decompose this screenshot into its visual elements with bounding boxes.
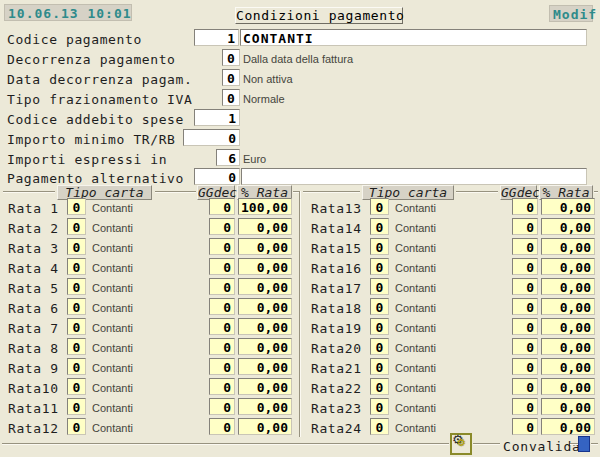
rata-tipo-carta-input[interactable]: 0 [370,338,389,355]
rata-tipo-carta-input[interactable]: 0 [370,258,389,275]
rata-perc-input[interactable]: 0,00 [238,398,292,415]
rata-ggdec-input[interactable]: 0 [512,258,538,275]
rata-perc-input[interactable]: 0,00 [541,378,595,395]
rata-perc-input[interactable]: 0,00 [238,418,292,435]
rata-row-label: Rata20 [311,341,362,356]
rata-ggdec-input[interactable]: 0 [512,338,538,355]
rata-perc-input[interactable]: 0,00 [541,398,595,415]
rata-perc-input[interactable]: 0,00 [541,198,595,215]
rata-tipo-carta-input[interactable]: 0 [370,278,389,295]
rata-row: Rata15 0 Contanti 0 0,00 [303,238,600,258]
rata-ggdec-input[interactable]: 0 [209,338,235,355]
importi-espressi-input[interactable]: 6 [216,149,240,166]
rata-tipo-carta-input[interactable]: 0 [67,238,86,255]
rata-ggdec-input[interactable]: 0 [209,298,235,315]
rata-ggdec-input[interactable]: 0 [209,238,235,255]
decorrenza-input[interactable]: 0 [222,49,240,66]
rata-ggdec-input[interactable]: 0 [512,298,538,315]
rata-tipo-carta-input[interactable]: 0 [370,238,389,255]
rata-perc-input[interactable]: 0,00 [238,258,292,275]
rata-ggdec-input[interactable]: 0 [209,218,235,235]
rata-ggdec-input[interactable]: 0 [512,378,538,395]
rata-perc-input[interactable]: 0,00 [238,238,292,255]
rata-ggdec-input[interactable]: 0 [512,398,538,415]
rata-perc-input[interactable]: 0,00 [541,238,595,255]
rata-number: 8 [42,341,59,356]
rata-ggdec-input[interactable]: 0 [209,198,235,215]
decorrenza-desc: Dalla data della fattura [243,53,353,65]
rata-ggdec-input[interactable]: 0 [209,378,235,395]
rata-perc-input[interactable]: 0,00 [541,278,595,295]
rata-perc-input[interactable]: 0,00 [541,258,595,275]
rata-perc-input[interactable]: 0,00 [541,218,595,235]
rata-perc-input[interactable]: 0,00 [238,378,292,395]
rata-tipo-carta-input[interactable]: 0 [67,318,86,335]
rata-number: 17 [345,281,362,296]
codice-addebito-input[interactable]: 1 [194,109,240,126]
rata-perc-input[interactable]: 0,00 [541,338,595,355]
rata-row-label: Rata12 [8,421,59,436]
rata-ggdec-input[interactable]: 0 [512,238,538,255]
rata-perc-input[interactable]: 0,00 [238,358,292,375]
rata-ggdec-input[interactable]: 0 [512,318,538,335]
rata-word: Rata [8,421,42,436]
rata-tipo-carta-input[interactable]: 0 [67,258,86,275]
rata-tipo-carta-input[interactable]: 0 [67,418,86,435]
codice-pagamento-input[interactable]: 1 [194,29,239,46]
rata-number: 23 [345,401,362,416]
rata-ggdec-input[interactable]: 0 [209,398,235,415]
rata-tipo-carta-input[interactable]: 0 [370,418,389,435]
rata-tipo-carta-input[interactable]: 0 [370,318,389,335]
rata-perc-input[interactable]: 0,00 [238,338,292,355]
pagamento-alternativo-input[interactable]: 0 [194,168,240,185]
rata-ggdec-input[interactable]: 0 [209,258,235,275]
codice-pagamento-description-field[interactable]: CONTANTI [240,29,587,46]
rata-tipo-carta-input[interactable]: 0 [370,398,389,415]
rata-ggdec-input[interactable]: 0 [209,418,235,435]
rata-tipo-carta-input[interactable]: 0 [67,378,86,395]
rata-ggdec-input[interactable]: 0 [512,418,538,435]
rata-tipo-carta-input[interactable]: 0 [67,338,86,355]
tipo-frazionamento-input[interactable]: 0 [222,89,240,106]
rata-ggdec-input[interactable]: 0 [512,198,538,215]
rata-ggdec-input[interactable]: 0 [209,318,235,335]
rata-number: 9 [42,361,59,376]
footer-line [473,443,500,445]
rata-tipo-carta-input[interactable]: 0 [370,358,389,375]
rata-perc-input[interactable]: 0,00 [541,418,595,435]
rata-tipo-carta-input[interactable]: 0 [67,278,86,295]
gears-icon-button[interactable]: ⚙ ⚙ [450,433,472,455]
convalida-blue-button[interactable] [578,436,590,452]
rata-tipo-carta-input[interactable]: 0 [67,358,86,375]
rata-perc-input[interactable]: 0,00 [541,358,595,375]
rata-tipo-carta-input[interactable]: 0 [370,198,389,215]
pagamento-alternativo-field[interactable] [241,168,587,185]
rata-tipo-carta-desc: Contanti [92,262,133,274]
data-decorrenza-input[interactable]: 0 [222,69,240,86]
rata-tipo-carta-input[interactable]: 0 [370,218,389,235]
rata-tipo-carta-input[interactable]: 0 [67,398,86,415]
rata-perc-input[interactable]: 0,00 [238,318,292,335]
rata-ggdec-input[interactable]: 0 [209,278,235,295]
rata-perc-input[interactable]: 0,00 [541,318,595,335]
rata-ggdec-input[interactable]: 0 [512,218,538,235]
rata-ggdec-input[interactable]: 0 [512,278,538,295]
rata-perc-input[interactable]: 0,00 [238,218,292,235]
rata-perc-input[interactable]: 0,00 [238,278,292,295]
rata-tipo-carta-input[interactable]: 0 [67,198,86,215]
rata-row-label: Rata15 [311,241,362,256]
rata-tipo-carta-desc: Contanti [395,242,436,254]
rata-tipo-carta-input[interactable]: 0 [67,218,86,235]
rata-word: Rata [311,401,345,416]
rata-tipo-carta-input[interactable]: 0 [67,298,86,315]
rata-tipo-carta-desc: Contanti [395,262,436,274]
rata-tipo-carta-input[interactable]: 0 [370,298,389,315]
rata-perc-input[interactable]: 0,00 [238,298,292,315]
rata-ggdec-input[interactable]: 0 [512,358,538,375]
rata-perc-input[interactable]: 100,00 [238,198,292,215]
rata-tipo-carta-input[interactable]: 0 [370,378,389,395]
screen-title-button[interactable]: Condizioni pagamento [235,7,403,24]
rata-ggdec-input[interactable]: 0 [209,358,235,375]
importo-minimo-input[interactable]: 0 [183,129,240,146]
rata-perc-input[interactable]: 0,00 [541,298,595,315]
